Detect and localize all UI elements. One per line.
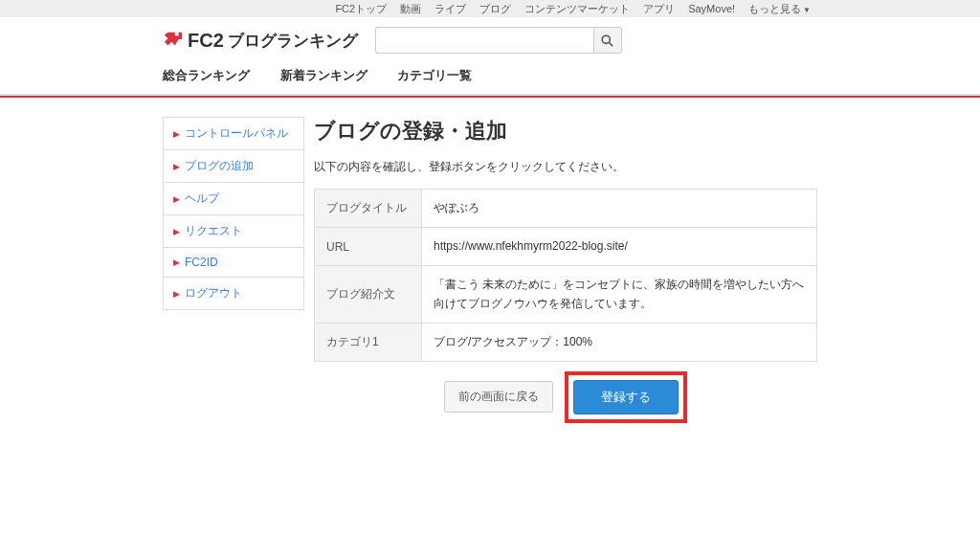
sidebar-item-fc2id[interactable]: ▶ FC2ID [164, 248, 303, 278]
table-row: カテゴリ1 ブログ/アクセスアップ：100% [315, 323, 817, 361]
button-row: 前の画面に戻る 登録する [314, 371, 817, 423]
triangle-icon: ▶ [173, 227, 180, 236]
main-nav: 総合ランキング 新着ランキング カテゴリ一覧 [0, 59, 980, 96]
row-value: https://www.nfekhmyrm2022-blog.site/ [422, 228, 817, 266]
sidebar-item-control-panel[interactable]: ▶ コントロールパネル [164, 118, 303, 150]
sidebar-item-logout[interactable]: ▶ ログアウト [164, 278, 303, 309]
search-button[interactable] [593, 27, 622, 54]
sidebar-item-label: FC2ID [185, 256, 218, 269]
sidebar-item-label: ブログの追加 [185, 158, 254, 174]
nav-link-new[interactable]: 新着ランキング [280, 68, 368, 82]
sidebar-item-label: リクエスト [185, 223, 242, 239]
topbar-link[interactable]: 動画 [400, 2, 421, 16]
header: FC2 ブログランキング [0, 17, 980, 59]
svg-line-1 [610, 42, 613, 46]
main-content: ブログの登録・追加 以下の内容を確認し、登録ボタンをクリックしてください。 ブロ… [314, 117, 817, 423]
svg-point-0 [603, 35, 611, 43]
sidebar-item-label: コントロールパネル [185, 125, 288, 142]
search-input[interactable] [375, 27, 593, 54]
topbar-link[interactable]: ブログ [479, 2, 511, 16]
content-area: ▶ コントロールパネル ▶ ブログの追加 ▶ ヘルプ ▶ リクエスト ▶ FC2… [0, 98, 980, 423]
back-button[interactable]: 前の画面に戻る [444, 381, 553, 413]
register-button[interactable]: 登録する [573, 380, 679, 414]
topbar-link[interactable]: FC2トップ [335, 2, 387, 16]
sidebar-item-label: ヘルプ [185, 190, 219, 207]
row-label: URL [315, 228, 422, 266]
top-nav-bar: FC2トップ 動画 ライブ ブログ コンテンツマーケット アプリ SayMove… [0, 0, 980, 17]
logo-brand-text: FC2 [188, 30, 224, 52]
triangle-icon: ▶ [173, 129, 180, 139]
page-title: ブログの登録・追加 [314, 117, 817, 145]
row-label: ブログ紹介文 [315, 266, 422, 323]
sidebar: ▶ コントロールパネル ▶ ブログの追加 ▶ ヘルプ ▶ リクエスト ▶ FC2… [163, 117, 304, 423]
row-value: やぽぶろ [422, 190, 817, 228]
topbar-more-link[interactable]: もっと見る▼ [748, 2, 811, 16]
topbar-link[interactable]: ライブ [434, 2, 466, 16]
triangle-icon: ▶ [173, 162, 180, 171]
instruction-text: 以下の内容を確認し、登録ボタンをクリックしてください。 [314, 159, 817, 175]
table-row: ブログ紹介文 「書こう 未来のために」をコンセプトに、家族の時間を増やしたい方へ… [315, 266, 817, 323]
sidebar-item-request[interactable]: ▶ リクエスト [164, 215, 303, 248]
sidebar-item-add-blog[interactable]: ▶ ブログの追加 [164, 150, 303, 183]
logo[interactable]: FC2 ブログランキング [163, 30, 358, 52]
row-value: 「書こう 未来のために」をコンセプトに、家族の時間を増やしたい方へ向けてブログノ… [422, 266, 817, 323]
topbar-link[interactable]: コンテンツマーケット [524, 2, 630, 16]
sidebar-item-help[interactable]: ▶ ヘルプ [164, 183, 303, 215]
search-form [375, 27, 622, 54]
confirmation-table: ブログタイトル やぽぶろ URL https://www.nfekhmyrm20… [314, 189, 817, 362]
table-row: ブログタイトル やぽぶろ [315, 190, 817, 228]
row-label: ブログタイトル [315, 190, 422, 228]
chevron-down-icon: ▼ [803, 6, 811, 14]
sidebar-item-label: ログアウト [185, 285, 242, 302]
table-row: URL https://www.nfekhmyrm2022-blog.site/ [315, 228, 817, 266]
row-label: カテゴリ1 [315, 323, 422, 361]
triangle-icon: ▶ [173, 194, 180, 204]
search-icon [601, 34, 613, 47]
row-value: ブログ/アクセスアップ：100% [422, 323, 817, 361]
nav-link-overall[interactable]: 総合ランキング [163, 68, 250, 82]
nav-link-categories[interactable]: カテゴリ一覧 [397, 68, 472, 82]
triangle-icon: ▶ [173, 257, 180, 267]
fc2-logo-icon [163, 30, 184, 51]
register-button-highlight: 登録する [565, 371, 687, 423]
triangle-icon: ▶ [173, 289, 180, 299]
topbar-link[interactable]: SayMove! [688, 3, 735, 14]
topbar-link[interactable]: アプリ [643, 2, 675, 16]
logo-sub-text: ブログランキング [228, 30, 358, 52]
